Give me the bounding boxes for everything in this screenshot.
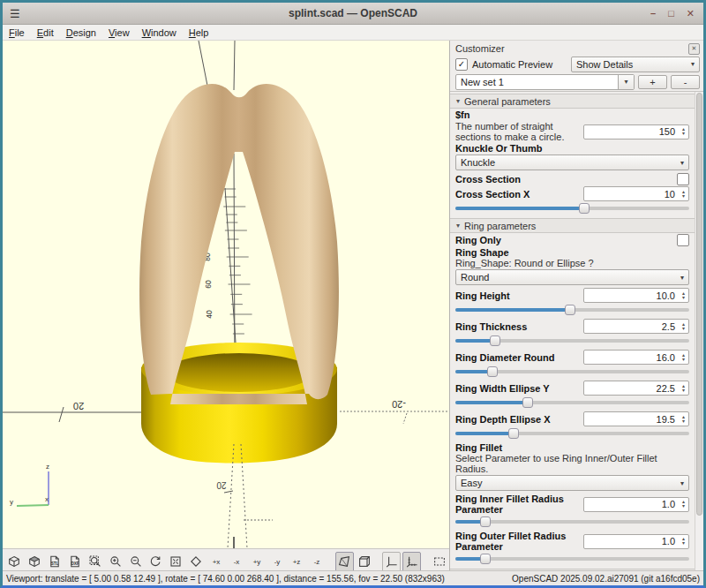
param-slider[interactable] — [455, 516, 689, 527]
view-plus-y-icon[interactable]: +y — [247, 552, 266, 572]
view-plus-z-icon[interactable]: +z — [288, 552, 306, 572]
maximize-button[interactable]: □ — [668, 8, 674, 19]
combobox-value: Easy — [461, 478, 482, 488]
slider-handle[interactable] — [508, 428, 519, 439]
remove-preset-button[interactable]: - — [671, 75, 700, 89]
orthogonal-view-icon[interactable] — [356, 552, 374, 572]
param-spinbox[interactable]: 1.0▴▾ — [583, 534, 689, 549]
preset-combobox[interactable]: New set 1 ▾ — [455, 74, 635, 90]
view-plus-x-icon[interactable]: +x — [207, 552, 226, 572]
spin-down-icon[interactable]: ▾ — [682, 327, 685, 331]
spin-down-icon[interactable]: ▾ — [682, 388, 685, 393]
spin-down-icon[interactable]: ▾ — [682, 194, 685, 199]
param-combobox[interactable]: Round▾ — [455, 269, 689, 285]
menu-window[interactable]: Window — [136, 26, 183, 39]
export-dxf-icon[interactable]: DXF — [66, 552, 85, 572]
customizer-close-icon[interactable]: ✕ — [688, 43, 700, 55]
spin-down-icon[interactable]: ▾ — [682, 132, 685, 136]
group-header[interactable]: ▾Ring parameters — [450, 218, 695, 233]
param-combobox[interactable]: Knuckle▾ — [455, 155, 689, 170]
param-checkbox[interactable] — [677, 173, 689, 185]
svg-text:40: 40 — [205, 310, 214, 319]
param-spinbox[interactable]: 2.5▴▾ — [583, 319, 689, 334]
spinbox-arrows[interactable]: ▴▾ — [679, 415, 688, 424]
y-axis-label-right: -20 — [392, 399, 406, 410]
scrollbar[interactable] — [695, 92, 703, 570]
slider-handle[interactable] — [490, 335, 500, 346]
param-slider[interactable] — [455, 366, 689, 377]
spinbox-arrows[interactable]: ▴▾ — [679, 127, 688, 136]
param-checkbox[interactable] — [677, 234, 689, 246]
view-minus-y-icon[interactable]: -y — [267, 552, 286, 572]
measure-icon[interactable] — [430, 552, 448, 572]
group-header[interactable]: ▾General parameters — [450, 94, 695, 109]
slider-handle[interactable] — [480, 554, 491, 564]
param-spinbox[interactable]: 22.5▴▾ — [583, 381, 689, 396]
menu-view[interactable]: View — [102, 26, 136, 39]
show-scale-markers-icon[interactable] — [402, 552, 421, 572]
zoom-all-icon[interactable] — [86, 552, 104, 572]
param-spinbox[interactable]: 150▴▾ — [583, 124, 689, 139]
show-axes-icon[interactable] — [382, 552, 401, 572]
diagonal-view-icon[interactable] — [187, 552, 206, 572]
spin-down-icon[interactable]: ▾ — [682, 358, 685, 362]
param-slider[interactable] — [455, 203, 689, 214]
slider-handle[interactable] — [487, 366, 498, 377]
slider-handle[interactable] — [480, 516, 491, 527]
automatic-preview-label: Automatic Preview — [472, 59, 552, 70]
svg-text:-y: -y — [274, 558, 280, 566]
spin-down-icon[interactable]: ▾ — [682, 419, 685, 424]
spinbox-arrows[interactable]: ▴▾ — [679, 322, 688, 331]
spinbox-arrows[interactable]: ▴▾ — [679, 190, 688, 199]
spinbox-arrows[interactable]: ▴▾ — [679, 291, 688, 300]
view-all-icon[interactable] — [167, 552, 185, 572]
param-combobox[interactable]: Easy▾ — [455, 475, 689, 491]
perspective-view-icon[interactable] — [335, 552, 354, 572]
spin-down-icon[interactable]: ▾ — [682, 504, 685, 509]
param-slider[interactable] — [455, 428, 689, 439]
param-spinbox[interactable]: 1.0▴▾ — [583, 497, 689, 512]
zoom-out-icon[interactable] — [126, 552, 145, 572]
spinbox-arrows[interactable]: ▴▾ — [679, 500, 688, 509]
reset-view-icon[interactable] — [146, 552, 165, 572]
param-spinbox[interactable]: 10▴▾ — [583, 186, 689, 201]
menu-help[interactable]: Help — [183, 26, 215, 39]
svg-text:+y: +y — [252, 558, 260, 566]
show-details-dropdown[interactable]: Show Details ▾ — [571, 57, 700, 72]
spinbox-arrows[interactable]: ▴▾ — [679, 353, 688, 362]
view-minus-z-icon[interactable]: -z — [308, 552, 327, 572]
param-label: $fn — [455, 109, 470, 120]
param-slider[interactable] — [455, 305, 689, 315]
menu-design[interactable]: Design — [60, 26, 102, 39]
zoom-in-icon[interactable] — [106, 552, 124, 572]
export-stl-icon[interactable]: STL — [46, 552, 64, 572]
triad-z-label: z — [46, 463, 49, 471]
spinbox-arrows[interactable]: ▴▾ — [679, 537, 688, 546]
spinbox-arrows[interactable]: ▴▾ — [679, 384, 688, 393]
param-row: Ring Only — [450, 233, 695, 246]
minimize-button[interactable]: – — [650, 8, 656, 19]
slider-handle[interactable] — [579, 203, 590, 214]
render-icon[interactable] — [26, 552, 44, 572]
view-minus-x-icon[interactable]: -x — [227, 552, 245, 572]
spin-down-icon[interactable]: ▾ — [682, 296, 685, 300]
add-preset-button[interactable]: + — [638, 75, 667, 89]
preset-dropdown-button[interactable]: ▾ — [618, 75, 634, 89]
preview-icon[interactable] — [5, 552, 24, 572]
spin-down-icon[interactable]: ▾ — [682, 541, 685, 546]
menu-file[interactable]: File — [3, 26, 31, 39]
3d-viewport[interactable]: 120 100 80 60 40 20 -20 — [3, 41, 449, 548]
slider-handle[interactable] — [522, 397, 533, 408]
slider-handle[interactable] — [565, 305, 575, 315]
param-slider[interactable] — [455, 335, 689, 346]
param-spinbox[interactable]: 10.0▴▾ — [583, 288, 689, 303]
svg-text:DXF: DXF — [71, 562, 79, 566]
param-spinbox[interactable]: 16.0▴▾ — [583, 350, 689, 365]
param-label: Ring Height — [455, 290, 510, 301]
menu-edit[interactable]: Edit — [31, 26, 60, 39]
automatic-preview-checkbox[interactable]: ✓ — [455, 58, 468, 71]
param-spinbox[interactable]: 19.5▴▾ — [583, 411, 689, 426]
param-slider[interactable] — [455, 397, 689, 408]
close-button[interactable]: ✕ — [687, 8, 695, 19]
param-slider[interactable] — [455, 554, 689, 564]
